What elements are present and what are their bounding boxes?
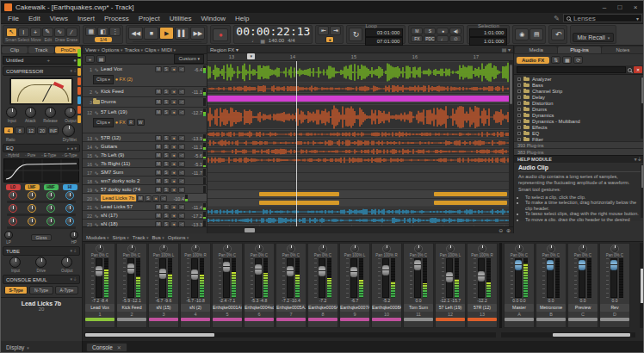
strip-name[interactable]: Metronome [536,304,566,312]
track-manager-icon[interactable]: ▤ [96,55,106,63]
track-row[interactable]: 20∿Lead Licks 7bMS●◁-10.4 [83,194,207,202]
drywet-knob[interactable] [62,124,75,137]
strip-name[interactable]: Earthqke0008AsT [372,304,401,312]
select-tool-icon[interactable]: I [18,28,29,37]
scrollbar-handle[interactable] [245,228,255,232]
trackpane-menu-midi[interactable]: MIDI [161,47,176,53]
eq-knob-lmf[interactable] [28,191,36,200]
eq-knob-lmf[interactable] [28,204,36,213]
eq-knob-hi[interactable] [65,191,74,200]
loop-end-field[interactable]: 07:01:000 [365,37,403,46]
audio-clip-segment[interactable] [259,201,338,205]
fader-handle[interactable] [382,265,389,276]
timeline-lane[interactable] [207,216,513,225]
expand-checkbox[interactable] [517,114,521,117]
track-solo-button[interactable]: S [145,195,152,201]
audio-clip-segment[interactable] [434,192,507,196]
expand-checkbox[interactable] [517,138,521,141]
pan-knob[interactable] [382,245,391,253]
mix-recall-dropdown[interactable]: Mix Recall ▾ [573,33,614,42]
strip-name[interactable]: Tom Sum [404,304,433,312]
audio-clip-segment[interactable] [259,192,338,196]
drive-knob[interactable] [35,257,46,268]
eq-band-hmf[interactable]: HMF [44,184,59,190]
track-row[interactable]: 1∿Lead VoxMS●◁-6.4Clips● FX (2) [83,65,207,87]
track-name[interactable]: 7b Left (9) [101,152,154,159]
punch-toggle[interactable]: ● [325,36,334,43]
module-menu-icon[interactable]: ▾ ⏚ [71,68,77,74]
menu-help[interactable]: Help [231,14,253,23]
loop-icon[interactable]: ↻ [349,28,362,41]
console-dock-tab[interactable]: Console ✕ [86,343,127,352]
track-arm-button[interactable]: ● [170,213,177,219]
timeline-lane[interactable] [207,94,513,104]
module-menu-icon[interactable]: ▾ ⏚ [71,276,77,282]
help-module-header[interactable]: HELP MODULE ▾ ⏚ [514,155,644,163]
track-arm-button[interactable]: ● [170,178,177,184]
track-row[interactable]: 19∿57 dorky solo (74MS●◁ [83,185,207,194]
console-vscrollbar[interactable] [640,243,644,328]
eq-knob-lmf[interactable] [28,217,36,226]
menu-project[interactable]: Project [134,14,164,23]
pan-knob[interactable] [610,245,619,253]
inspector-track-footer[interactable]: Lead Licks 7b 20 [1,297,82,313]
menu-edit[interactable]: Edit [24,14,45,23]
plugin-folder-item[interactable]: Dynamics [514,112,644,118]
track-mute-button[interactable]: M [155,161,162,167]
volume-fader[interactable] [255,258,262,298]
track-arm-button[interactable]: ● [170,66,177,72]
track-solo-button[interactable]: S [163,213,170,219]
module-chip[interactable] [77,87,81,95]
track-echo-button[interactable]: ◁ [178,213,185,219]
plugin-folder-item[interactable]: Drums [514,106,644,112]
snap-icon[interactable]: ◧ [97,27,108,36]
track-solo-button[interactable]: S [163,99,170,105]
fader-handle[interactable] [127,263,134,274]
track-row[interactable]: 2∿Kick FeedMS●◁-11.1 [83,87,207,97]
mixer-strip[interactable]: Pan 100% L-6.7Earthqke0007AsT9 [339,243,370,328]
draw-tool-icon[interactable]: ∿ [54,28,65,37]
menu-file[interactable]: File [3,14,23,23]
plugin-search-input[interactable] [517,66,626,73]
eq-knob-lo[interactable] [9,217,17,226]
track-arm-button[interactable]: ● [170,135,177,141]
pan-knob[interactable] [127,245,136,253]
track-echo-button[interactable]: ◁ [178,89,185,95]
console-menu-strips[interactable]: Strips [113,235,129,240]
console-scrollbar-left[interactable] [84,332,496,338]
inspector-tab-clip[interactable]: Clip [2,46,28,53]
track-echo-button[interactable]: ◁ [178,178,185,184]
strip-name[interactable]: Erthqke0005AJ01 [276,304,306,312]
mixer-strip[interactable]: Pan 100% R-6.7 -10.8sN (2)4 [180,243,211,328]
track-name[interactable]: Kick Feed [101,88,154,96]
timeline-lane[interactable] [207,139,513,147]
module-chip[interactable] [77,106,81,114]
mix-♩-button[interactable]: ♩ [437,35,449,42]
track-name[interactable]: Drums [101,98,154,106]
release-knob[interactable] [45,107,56,118]
fader-handle[interactable] [287,266,294,276]
timeline-lane[interactable] [207,156,513,164]
track-arm-button[interactable]: ● [170,152,177,158]
plugin-folder-item[interactable]: Effects [514,124,644,130]
eq-type-e-type[interactable]: ◦ E-Type [41,153,56,158]
eq-band-lo[interactable]: LO [6,184,21,190]
fx-indicator[interactable]: ● FX (2) [115,77,133,82]
track-echo-button[interactable]: ◁ [178,109,185,115]
mixer-strip[interactable]: Pan 0% C0.0PreviewC [567,243,598,328]
clips-dropdown[interactable]: Clips [93,118,114,127]
track-solo-button[interactable]: S [163,178,170,184]
fader-handle[interactable] [96,266,102,276]
console-scrollbar-right[interactable] [501,332,635,338]
eq-header[interactable]: EQ ▸ ● ▾ [3,144,80,152]
track-mute-button[interactable]: M [155,170,162,176]
console-menu-bus[interactable]: Bus [152,235,164,240]
ratio-4[interactable]: 4 [3,127,14,134]
eq-knob-hmf[interactable] [46,191,55,200]
track-echo-button[interactable]: ◁ [178,187,185,193]
eq-band-lmf[interactable]: LMF [25,184,40,190]
volume-fader[interactable] [191,258,198,298]
preset-box[interactable]: Untitled + ● [3,56,80,65]
menu-process[interactable]: Process [100,14,133,23]
pan-knob[interactable] [191,245,200,253]
